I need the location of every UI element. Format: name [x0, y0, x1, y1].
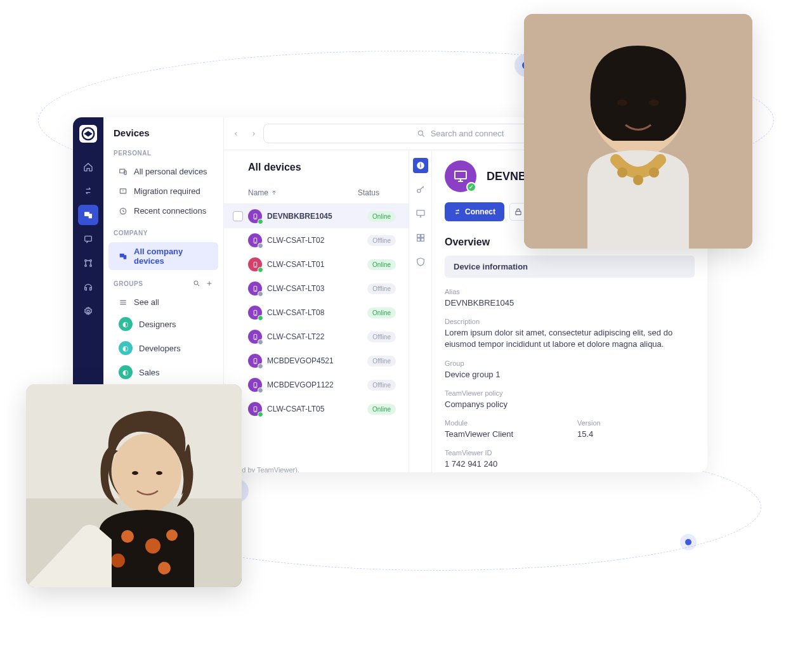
- sidebar-item-recent[interactable]: Recent connections: [108, 202, 218, 220]
- status-badge-icon: [258, 387, 263, 393]
- device-row[interactable]: CLW-CSAT-LT08 Online: [224, 301, 409, 325]
- info-value-tvid: 1 742 941 240: [445, 458, 695, 470]
- device-row[interactable]: CLW-CSAT-LT03 Offline: [224, 276, 409, 301]
- plus-icon[interactable]: [206, 280, 213, 287]
- search-placeholder: Search and connect: [431, 129, 504, 138]
- status-badge-icon: [258, 291, 263, 297]
- sidebar-item-label: See all: [134, 297, 159, 307]
- device-row-name: CLW-CSAT-LT03: [267, 284, 367, 293]
- info-label-module: Module: [445, 419, 562, 427]
- tool-grid-icon[interactable]: [413, 230, 428, 245]
- device-row-name: CLW-CSAT-LT02: [267, 236, 367, 245]
- device-list-pane: All devices Name Status DEVNBKBRE1045 On…: [224, 150, 409, 472]
- rail-transfer-icon[interactable]: [78, 181, 98, 201]
- detail-tool-rail: i: [409, 150, 432, 472]
- sidebar-item-label: Sales: [139, 368, 160, 377]
- sidebar-group-designers[interactable]: ◐Designers: [108, 313, 218, 335]
- info-label-desc: Description: [445, 318, 695, 325]
- device-row[interactable]: DEVNBKBRE1045 Online: [224, 204, 409, 228]
- svg-point-50: [633, 175, 643, 185]
- status-pill: Offline: [367, 235, 396, 246]
- svg-rect-39: [417, 235, 420, 238]
- list-footnote: ded by TeamViewer).: [224, 460, 409, 472]
- svg-point-4: [85, 260, 87, 262]
- info-value-alias: DEVNBKBRE1045: [445, 297, 695, 309]
- connect-button[interactable]: Connect: [445, 202, 504, 221]
- status-pill: Online: [367, 308, 396, 318]
- info-value-module: TeamViewer Client: [445, 429, 562, 440]
- status-badge-icon: [258, 243, 263, 249]
- svg-point-32: [255, 386, 256, 387]
- tool-shield-icon[interactable]: [413, 254, 428, 269]
- svg-rect-41: [417, 238, 420, 242]
- device-row-name: CLW-CSAT-LT22: [267, 332, 367, 341]
- status-pill: Offline: [367, 356, 396, 366]
- tool-monitor-icon[interactable]: [413, 206, 428, 221]
- search-icon[interactable]: [193, 280, 200, 287]
- svg-point-47: [617, 100, 627, 106]
- svg-rect-3: [85, 236, 92, 241]
- group-icon: ◐: [119, 341, 133, 355]
- device-row[interactable]: CLW-CSAT-LT01 Online: [224, 252, 409, 276]
- rail-workflow-icon[interactable]: [78, 253, 98, 273]
- svg-point-55: [132, 471, 138, 475]
- device-row[interactable]: CLW-CSAT-LT05 Online: [224, 397, 409, 421]
- svg-point-15: [194, 281, 198, 285]
- sidebar-item-company-devices[interactable]: All company devices: [108, 242, 218, 270]
- row-checkbox[interactable]: [233, 211, 243, 221]
- connect-icon: [454, 208, 461, 216]
- search-icon: [417, 129, 426, 138]
- device-row-icon: [248, 354, 262, 368]
- list-header: Name Status: [224, 188, 409, 204]
- rail-home-icon[interactable]: [78, 157, 98, 177]
- column-header-name[interactable]: Name: [248, 188, 358, 197]
- device-row-icon: [248, 402, 262, 416]
- sort-asc-icon: [271, 190, 277, 196]
- section-label-company: COMPANY: [103, 227, 223, 242]
- nav-back-icon[interactable]: [233, 129, 239, 138]
- info-label-version: Version: [577, 419, 695, 427]
- nav-forward-icon[interactable]: [251, 129, 257, 138]
- sidebar-item-personal-devices[interactable]: All personal devices: [108, 162, 218, 181]
- tool-info-icon[interactable]: i: [413, 158, 428, 173]
- device-row-name: CLW-CSAT-LT08: [267, 308, 367, 317]
- rail-support-icon[interactable]: [78, 277, 98, 297]
- device-row[interactable]: MCBDEVGOP1122 Offline: [224, 373, 409, 397]
- info-value-version: 15.4: [577, 429, 695, 440]
- rail-chat-icon[interactable]: [78, 229, 98, 249]
- sidebar-item-see-all[interactable]: See all: [108, 293, 218, 311]
- sidebar-group-sales[interactable]: ◐Sales: [108, 361, 218, 384]
- info-grid: AliasDEVNBKBRE1045 DescriptionLorem ipsu…: [445, 288, 695, 470]
- svg-point-18: [255, 217, 256, 218]
- svg-point-6: [85, 265, 87, 267]
- column-header-status[interactable]: Status: [358, 188, 396, 197]
- rail-settings-icon[interactable]: [78, 301, 98, 321]
- status-pill: Online: [367, 259, 396, 270]
- svg-point-20: [255, 242, 256, 242]
- svg-rect-44: [516, 211, 521, 214]
- status-badge-icon: [258, 315, 263, 321]
- device-row[interactable]: CLW-CSAT-LT22 Offline: [224, 325, 409, 349]
- status-pill: Offline: [367, 283, 396, 294]
- status-badge-icon: [258, 339, 263, 345]
- sidebar-group-developers[interactable]: ◐Developers: [108, 337, 218, 360]
- section-label-groups: GROUPS: [103, 277, 223, 292]
- svg-point-56: [156, 471, 162, 475]
- status-badge-icon: [258, 267, 263, 273]
- device-info-heading: Device information: [445, 256, 695, 278]
- info-label-alias: Alias: [445, 288, 695, 295]
- sidebar-item-migration[interactable]: Migration required: [108, 182, 218, 200]
- svg-point-34: [255, 410, 256, 411]
- svg-point-59: [166, 529, 178, 541]
- rail-devices-icon[interactable]: [78, 205, 98, 225]
- svg-point-49: [617, 167, 627, 178]
- tool-key-icon[interactable]: [413, 182, 428, 197]
- device-icon: [445, 160, 476, 192]
- svg-point-61: [158, 562, 171, 574]
- svg-point-8: [87, 310, 89, 313]
- device-row-name: MCBDEVGOP4521: [267, 356, 367, 365]
- device-row[interactable]: MCBDEVGOP4521 Offline: [224, 349, 409, 373]
- device-row[interactable]: CLW-CSAT-LT02 Offline: [224, 228, 409, 252]
- status-pill: Online: [367, 211, 396, 222]
- info-value-policy: Companys policy: [445, 399, 695, 410]
